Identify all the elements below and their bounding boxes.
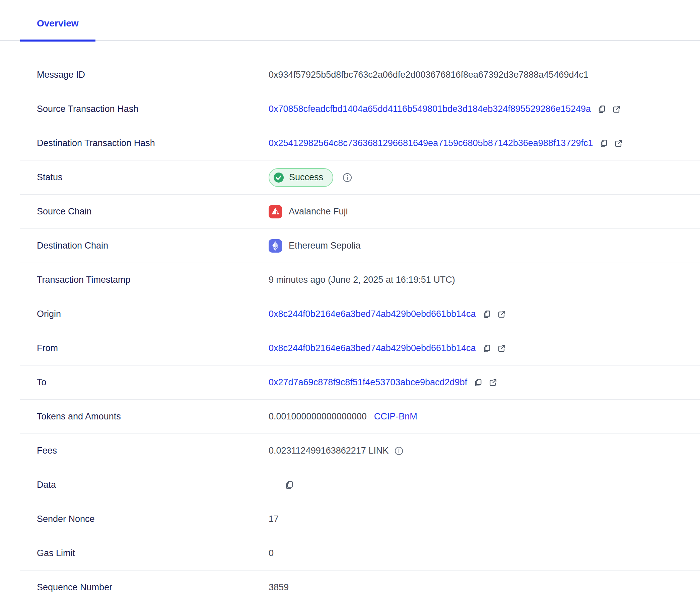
row-to: To 0x27d7a69c878f9c8f51f4e53703abce9bacd… xyxy=(20,366,700,400)
external-link-icon[interactable] xyxy=(611,104,622,114)
dest-tx-hash-link[interactable]: 0x25412982564c8c7363681296681649ea7159c6… xyxy=(269,138,593,148)
from-address-link[interactable]: 0x8c244f0b2164e6a3bed74ab429b0ebd661bb14… xyxy=(269,343,476,353)
row-timestamp: Transaction Timestamp 9 minutes ago (Jun… xyxy=(20,263,700,297)
row-data: Data xyxy=(20,468,700,502)
row-dest-tx-hash: Destination Transaction Hash 0x254129825… xyxy=(20,126,700,160)
row-dest-chain: Destination Chain Ethereum Sepolia xyxy=(20,229,700,263)
details-table: Message ID 0x934f57925b5d8fbc763c2a06dfe… xyxy=(20,58,700,601)
row-label: Source Chain xyxy=(20,206,269,217)
row-label: Sequence Number xyxy=(20,582,269,593)
copy-icon[interactable] xyxy=(482,309,492,319)
ethereum-logo-icon xyxy=(269,239,282,253)
row-label: Sender Nonce xyxy=(20,514,269,524)
dest-chain-name: Ethereum Sepolia xyxy=(289,241,361,251)
copy-icon[interactable] xyxy=(597,104,607,114)
row-from: From 0x8c244f0b2164e6a3bed74ab429b0ebd66… xyxy=(20,331,700,366)
row-origin: Origin 0x8c244f0b2164e6a3bed74ab429b0ebd… xyxy=(20,297,700,331)
to-address-link[interactable]: 0x27d7a69c878f9c8f51f4e53703abce9bacd2d9… xyxy=(269,377,467,387)
source-tx-hash-link[interactable]: 0x70858cfeadcfbd1404a65dd4116b549801bde3… xyxy=(269,104,591,114)
row-source-tx-hash: Source Transaction Hash 0x70858cfeadcfbd… xyxy=(20,92,700,126)
row-status: Status Success xyxy=(20,160,700,195)
copy-icon[interactable] xyxy=(284,480,295,491)
tab-bar: Overview xyxy=(0,0,700,41)
tab-overview[interactable]: Overview xyxy=(20,18,96,42)
sender-nonce-value: 17 xyxy=(269,514,279,524)
copy-icon[interactable] xyxy=(482,343,492,353)
row-source-chain: Source Chain Avalanche Fuji xyxy=(20,195,700,229)
external-link-icon[interactable] xyxy=(497,343,507,353)
ccip-transaction-overview-page: Overview Message ID 0x934f57925b5d8fbc76… xyxy=(0,0,700,601)
timestamp-value: 9 minutes ago (June 2, 2025 at 16:19:51 … xyxy=(269,275,455,285)
external-link-icon[interactable] xyxy=(497,309,507,319)
row-label: Gas Limit xyxy=(20,548,269,558)
gas-limit-value: 0 xyxy=(269,548,274,558)
avalanche-logo-icon xyxy=(269,205,282,219)
row-tokens-amounts: Tokens and Amounts 0.001000000000000000 … xyxy=(20,400,700,434)
row-sequence-number: Sequence Number 3859 xyxy=(20,571,700,601)
row-label: Fees xyxy=(20,446,269,456)
row-label: Source Transaction Hash xyxy=(20,104,269,114)
row-label: Message ID xyxy=(20,70,269,80)
copy-icon[interactable] xyxy=(473,378,483,387)
info-icon[interactable] xyxy=(342,172,353,183)
message-id-value: 0x934f57925b5d8fbc763c2a06dfe2d003676816… xyxy=(269,70,589,80)
external-link-icon[interactable] xyxy=(488,378,498,387)
row-message-id: Message ID 0x934f57925b5d8fbc763c2a06dfe… xyxy=(20,58,700,92)
row-label: Status xyxy=(20,172,269,182)
token-amount: 0.001000000000000000 xyxy=(269,411,367,422)
info-icon[interactable] xyxy=(394,446,404,456)
status-badge-label: Success xyxy=(289,172,323,182)
status-badge: Success xyxy=(269,168,333,187)
row-label: Destination Chain xyxy=(20,241,269,251)
row-fees: Fees 0.023112499163862217 LINK xyxy=(20,434,700,468)
row-label: To xyxy=(20,377,269,387)
origin-address-link[interactable]: 0x8c244f0b2164e6a3bed74ab429b0ebd661bb14… xyxy=(269,309,476,319)
source-chain-name: Avalanche Fuji xyxy=(289,206,348,217)
copy-icon[interactable] xyxy=(599,139,609,148)
token-symbol-link[interactable]: CCIP-BnM xyxy=(374,411,417,422)
row-label: From xyxy=(20,343,269,353)
row-label: Transaction Timestamp xyxy=(20,275,269,285)
external-link-icon[interactable] xyxy=(614,139,624,148)
row-gas-limit: Gas Limit 0 xyxy=(20,536,700,571)
row-label: Origin xyxy=(20,309,269,319)
row-sender-nonce: Sender Nonce 17 xyxy=(20,502,700,536)
row-label: Tokens and Amounts xyxy=(20,411,269,422)
fees-value: 0.023112499163862217 LINK xyxy=(269,446,389,456)
sequence-number-value: 3859 xyxy=(269,582,289,593)
check-circle-icon xyxy=(273,172,285,183)
row-label: Data xyxy=(20,480,269,490)
row-label: Destination Transaction Hash xyxy=(20,138,269,148)
